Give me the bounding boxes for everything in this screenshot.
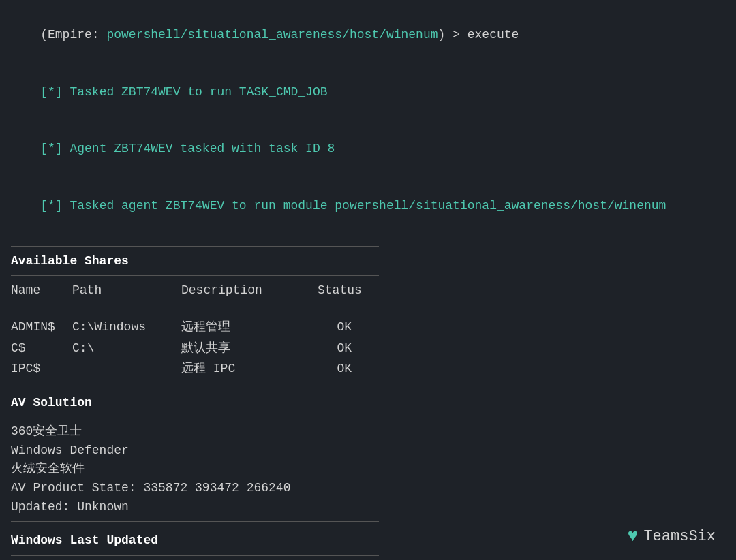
- divider-av-footer: [11, 521, 379, 522]
- log-line-3: [*] Tasked agent ZBT74WEV to run module …: [11, 178, 725, 235]
- row3-name: IPC$: [11, 358, 72, 379]
- wechat-icon: ♥: [628, 526, 639, 546]
- prompt-line: (Empire: powershell/situational_awarenes…: [11, 7, 725, 64]
- prompt-cmd: execute: [467, 28, 519, 42]
- terminal-window: (Empire: powershell/situational_awarenes…: [0, 0, 736, 560]
- logo-label: TeamsSix: [643, 528, 716, 545]
- row3-path: [72, 358, 181, 379]
- av-item-3: 火绒安全软件: [11, 460, 725, 479]
- av-item-4: AV Product State: 335872 393472 266240: [11, 479, 725, 498]
- table-row: C$ C:\ 默认共享 OK: [11, 338, 725, 359]
- prompt-prefix: (Empire:: [40, 28, 106, 42]
- shares-title: Available Shares: [11, 251, 725, 272]
- divider-update-header: [11, 555, 379, 556]
- divider-av-header: [11, 418, 379, 418]
- table-header: Name Path Description Status: [11, 280, 725, 301]
- table-row: IPC$ 远程 IPC OK: [11, 358, 725, 379]
- row2-status: OK: [318, 338, 372, 359]
- row2-name: C$: [11, 338, 72, 359]
- table-underlines: ____ ____ ____________ ______: [11, 301, 725, 317]
- row2-desc: 默认共享: [181, 338, 318, 359]
- prompt-path: powershell/situational_awareness/host/wi…: [106, 28, 438, 42]
- row3-status: OK: [318, 358, 372, 379]
- underline-status: ______: [318, 301, 372, 317]
- update-title: Windows Last Updated: [11, 530, 725, 551]
- av-item-2: Windows Defender: [11, 441, 725, 461]
- row2-path: C:\: [72, 338, 181, 359]
- col-header-name: Name: [11, 280, 72, 301]
- av-item-1: 360安全卫士: [11, 422, 725, 441]
- log-line-2: [*] Agent ZBT74WEV tasked with task ID 8: [11, 121, 725, 178]
- col-header-path: Path: [72, 280, 181, 301]
- divider-shares-footer: [11, 384, 379, 384]
- col-header-description: Description: [181, 280, 318, 301]
- underline-path: ____: [72, 301, 181, 317]
- row1-path: C:\Windows: [72, 317, 181, 338]
- prompt-suffix: ) >: [438, 28, 467, 42]
- row1-name: ADMIN$: [11, 317, 72, 338]
- col-header-status: Status: [318, 280, 372, 301]
- divider-shares-header: [11, 275, 379, 276]
- av-item-5: Updated: Unknown: [11, 498, 725, 517]
- underline-desc: ____________: [181, 301, 318, 317]
- av-title: AV Solution: [11, 392, 725, 414]
- row3-desc: 远程 IPC: [181, 358, 318, 379]
- log-line-1: [*] Tasked ZBT74WEV to run TASK_CMD_JOB: [11, 64, 725, 121]
- table-row: ADMIN$ C:\Windows 远程管理 OK: [11, 317, 725, 338]
- row1-desc: 远程管理: [181, 317, 318, 338]
- logo-area: ♥ TeamsSix: [628, 526, 716, 546]
- underline-name: ____: [11, 301, 72, 317]
- row1-status: OK: [318, 317, 372, 338]
- divider-top: [11, 246, 379, 247]
